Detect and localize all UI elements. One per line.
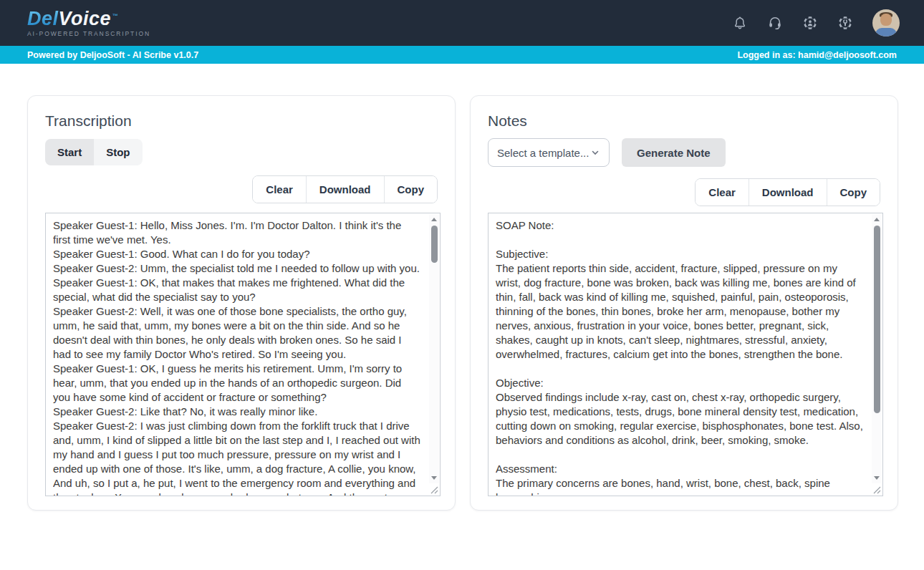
transcription-textarea[interactable]: Speaker Guest-1: Hello, Miss Jones. I'm.… [45,213,441,496]
transcription-clear-button[interactable]: Clear [253,176,306,203]
account-gear-icon[interactable] [802,15,818,31]
scroll-down-arrow-icon[interactable] [874,476,880,480]
notes-actions: Clear Download Copy [695,178,880,206]
brand-del: Del [27,8,59,29]
app-window: DelVoice™ AI-POWERED TRANSCRIPTION [0,0,924,570]
avatar-face [880,14,892,26]
notes-download-button[interactable]: Download [749,179,827,206]
notes-text: SOAP Note: Subjective: The patient repor… [496,218,864,496]
notes-textarea[interactable]: SOAP Note: Subjective: The patient repor… [488,213,883,496]
scrollbar-thumb[interactable] [874,226,880,413]
transcription-panel: Transcription Start Stop Clear Download … [27,95,456,511]
scroll-up-arrow-icon[interactable] [874,218,880,221]
transcription-scrollbar[interactable] [429,214,439,483]
notes-panel: Notes Select a template... Generate Note… [470,95,898,511]
template-select-value: Select a template... [497,147,589,159]
record-controls: Start Stop [45,139,143,165]
brand-tagline: AI-POWERED TRANSCRIPTION [27,31,150,37]
notes-title: Notes [488,112,527,130]
notification-bell-icon[interactable] [732,15,748,31]
brand-voice: Voice [59,8,112,29]
header-actions [732,9,900,37]
user-avatar[interactable] [872,9,900,37]
notes-copy-button[interactable]: Copy [827,179,880,206]
powered-by-text: Powered by DeljooSoft - AI Scribe v1.0.7 [27,50,198,60]
app-header: DelVoice™ AI-POWERED TRANSCRIPTION [0,0,924,46]
logged-in-text: Logged in as: hamid@deljoosoft.com [737,50,897,60]
support-headset-icon[interactable] [767,15,783,31]
settings-gear-icon[interactable] [837,15,853,31]
notes-scrollbar[interactable] [872,214,882,483]
template-select[interactable]: Select a template... [488,138,610,167]
chevron-down-icon [590,148,600,158]
trademark-symbol: ™ [112,13,119,19]
notes-clear-button[interactable]: Clear [696,179,749,206]
avatar-shirt [875,28,897,37]
app-logo: DelVoice™ AI-POWERED TRANSCRIPTION [27,9,150,37]
resize-grip-icon[interactable] [428,484,439,495]
transcription-text: Speaker Guest-1: Hello, Miss Jones. I'm.… [53,218,421,496]
scrollbar-thumb[interactable] [431,226,438,263]
scroll-up-arrow-icon[interactable] [431,218,437,221]
generate-note-button[interactable]: Generate Note [622,138,726,167]
resize-grip-icon[interactable] [871,484,882,495]
stop-button[interactable]: Stop [94,139,142,165]
transcription-actions: Clear Download Copy [252,175,438,203]
start-button[interactable]: Start [45,139,94,165]
transcription-title: Transcription [45,112,132,130]
status-bar: Powered by DeljooSoft - AI Scribe v1.0.7… [0,46,924,64]
scroll-down-arrow-icon[interactable] [431,476,437,480]
transcription-download-button[interactable]: Download [306,176,384,203]
brand-wordmark: DelVoice™ [27,9,150,29]
transcription-copy-button[interactable]: Copy [384,176,438,203]
